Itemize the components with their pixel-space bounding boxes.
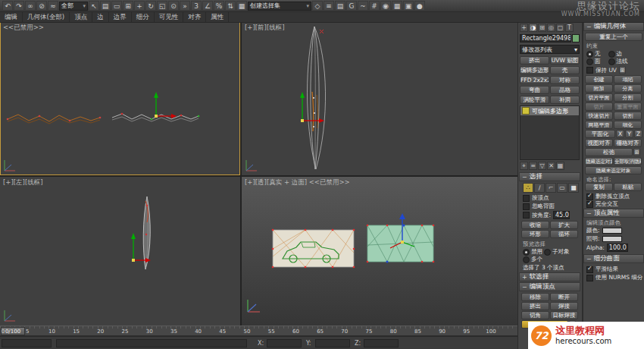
border-icon[interactable]: ⌐	[546, 183, 556, 193]
axis-button-Z[interactable]: Z	[634, 130, 642, 138]
region-select-icon[interactable]: ▭	[111, 1, 122, 11]
use-nurms-checkbox[interactable]	[586, 275, 593, 281]
relax-settings-button[interactable]: ⊞	[633, 148, 640, 156]
modifier-button-挤出[interactable]: 挤出	[520, 56, 549, 64]
layer-manager-icon[interactable]: ▤	[335, 1, 345, 11]
modifier-button-对称[interactable]: 对称	[550, 76, 580, 84]
viewport-top-label[interactable]: <<已禁用>>	[3, 24, 44, 33]
modifier-button-壳[interactable]: 壳	[550, 66, 580, 74]
preserve-uv-settings-button[interactable]: ⊞	[619, 66, 626, 74]
edit-geometry-button-快速切片[interactable]: 快速切片	[585, 112, 613, 120]
render-setup-icon[interactable]: ▦	[392, 1, 402, 11]
bind-spacewarp-icon[interactable]: ≈	[48, 1, 58, 11]
viewport-left-label[interactable]: [+][左][线框]	[3, 178, 43, 187]
smooth-result-checkbox[interactable]	[586, 266, 593, 273]
grow-button[interactable]: 扩大	[550, 221, 578, 229]
edit-geometry-button-切割[interactable]: 切割	[614, 112, 642, 120]
rotate-icon[interactable]: ↻	[145, 1, 156, 11]
ribbon-tab-1[interactable]: 几何体(全部)	[23, 12, 70, 22]
full-interactive-checkbox[interactable]	[586, 201, 593, 208]
edit-geometry-button-塌陷[interactable]: 塌陷	[614, 75, 642, 83]
align-icon[interactable]: ≡	[324, 1, 334, 11]
snap-toggle-icon[interactable]: 3	[191, 1, 202, 11]
edit-geometry-button-分离[interactable]: 分离	[614, 84, 642, 93]
preview-multiple-radio[interactable]	[523, 256, 530, 263]
vertex-illum-swatch[interactable]	[602, 236, 622, 242]
select-object-icon[interactable]: ↖	[89, 1, 99, 11]
make-unique-icon[interactable]: ▽	[538, 162, 546, 170]
rollout-soft-selection[interactable]: + 软选择	[519, 272, 580, 281]
pin-stack-icon[interactable]: ⌖	[520, 162, 528, 170]
constraint-face-radio[interactable]	[586, 58, 593, 65]
modifier-button-UVW 贴图[interactable]: UVW 贴图	[550, 56, 580, 64]
object-color-swatch[interactable]	[572, 34, 580, 42]
viewport-perspective-label[interactable]: [+][透][真实 + 边面] <<已禁用>>	[245, 178, 350, 187]
render-icon[interactable]: ●	[414, 1, 425, 11]
modify-tab-icon[interactable]: ◑	[529, 24, 537, 32]
modifier-button-编辑多边形[interactable]: 编辑多边形	[520, 66, 549, 74]
by-angle-value[interactable]: 45.0	[553, 211, 570, 219]
move-icon[interactable]: +	[134, 1, 145, 11]
edit-geometry-button-细化[interactable]: 细化	[614, 121, 642, 129]
ribbon-tab-7[interactable]: 对齐	[183, 12, 206, 22]
ribbon-tab-3[interactable]: 边	[92, 12, 109, 22]
constraint-normal-radio[interactable]	[608, 58, 615, 65]
edit-named-selection-icon[interactable]: ▦	[236, 1, 247, 11]
coord-x-field[interactable]	[267, 339, 302, 347]
viewport-front[interactable]: [+][前][线框]	[242, 22, 517, 175]
undo-icon[interactable]: ↶	[2, 1, 13, 11]
percent-snap-icon[interactable]: %	[214, 1, 224, 11]
paste-button[interactable]: 粘贴	[614, 183, 642, 191]
rollout-edit-geometry[interactable]: − 编辑几何体	[583, 22, 644, 31]
angle-snap-icon[interactable]: ∠	[202, 1, 213, 11]
by-angle-checkbox[interactable]	[523, 212, 530, 219]
modifier-button-晶格[interactable]: 晶格	[550, 86, 580, 94]
vertex-icon[interactable]: ∴	[523, 183, 533, 193]
motion-tab-icon[interactable]: ◎	[547, 24, 555, 32]
display-tab-icon[interactable]: ▢	[556, 24, 564, 32]
modifier-button-FFD 2x2x2[interactable]: FFD 2x2x2	[520, 76, 549, 84]
ribbon-tab-6[interactable]: 可见性	[155, 12, 184, 22]
shrink-button[interactable]: 收缩	[521, 221, 549, 229]
schematic-view-icon[interactable]: #	[369, 1, 380, 11]
edit-geometry-button-创建[interactable]: 创建	[585, 75, 613, 83]
viewport-top[interactable]: <<已禁用>>	[0, 22, 240, 175]
unhide-all-button[interactable]: 全部取消隐藏	[614, 157, 642, 165]
selection-filter-combo[interactable]: 全部▾	[59, 2, 88, 11]
edit-geometry-button-网格平滑[interactable]: 网格平滑	[585, 121, 613, 129]
edit-vertices-button-移除[interactable]: 移除	[521, 293, 549, 301]
hide-unselected-button[interactable]: 隐藏未选定对象	[585, 166, 642, 174]
ignore-backfacing-checkbox[interactable]	[523, 203, 530, 210]
remove-modifier-icon[interactable]: ✕	[547, 162, 555, 170]
edit-vertices-button-挤出[interactable]: 挤出	[521, 302, 549, 310]
ribbon-tab-2[interactable]: 顶点	[70, 12, 92, 22]
axis-button-X[interactable]: X	[616, 130, 624, 138]
edit-vertices-button-目标焊接[interactable]: 目标焊接	[550, 311, 578, 319]
show-end-result-icon[interactable]: ≡	[529, 162, 537, 170]
edge-icon[interactable]: ∕	[534, 183, 545, 193]
polygon-icon[interactable]: ▭	[557, 183, 567, 193]
constraint-none-radio[interactable]	[586, 51, 593, 58]
select-manipulate-icon[interactable]: »	[180, 1, 190, 11]
relax-button[interactable]: 松弛	[585, 148, 633, 156]
edit-geometry-button-附加[interactable]: 附加	[585, 84, 613, 93]
axis-button-Y[interactable]: Y	[625, 130, 633, 138]
ribbon-tab-4[interactable]: 边界	[109, 12, 132, 22]
hierarchy-tab-icon[interactable]: ⊞	[538, 24, 546, 32]
rollout-vertex-properties[interactable]: − 顶点属性	[583, 209, 644, 218]
coord-y-field[interactable]	[315, 339, 350, 347]
named-selection-combo[interactable]: 创建选择集▾	[248, 2, 311, 11]
material-editor-icon[interactable]: ◉	[380, 1, 391, 11]
by-vertex-checkbox[interactable]	[523, 195, 530, 202]
hide-selected-button[interactable]: 隐藏选定对象	[585, 157, 613, 165]
rollout-selection[interactable]: − 选择	[519, 172, 580, 181]
preview-subobject-radio[interactable]	[544, 249, 551, 256]
unlink-icon[interactable]: ⊘	[36, 1, 47, 11]
edit-geometry-button-切片平面[interactable]: 切片平面	[585, 93, 613, 102]
planarize-button[interactable]: 平面化	[585, 130, 615, 138]
viewport-front-label[interactable]: [+][前][线框]	[245, 24, 285, 33]
select-by-name-icon[interactable]: ▤	[100, 1, 111, 11]
modifier-stack[interactable]: 可编辑多边形	[520, 105, 580, 160]
preview-disable-radio[interactable]	[523, 249, 530, 256]
edit-geometry-button-分割[interactable]: 分割	[614, 93, 642, 102]
